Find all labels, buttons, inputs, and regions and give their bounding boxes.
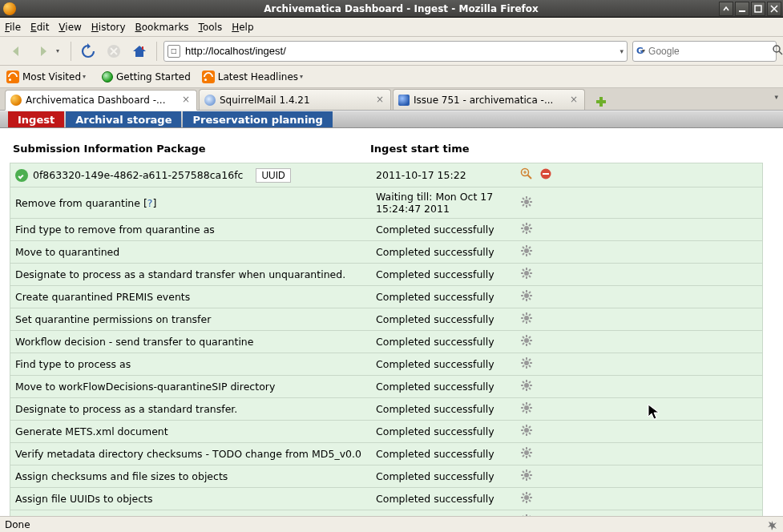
menu-help[interactable]: Help — [232, 22, 253, 33]
svg-point-14 — [524, 293, 529, 298]
search-box[interactable]: G ▾ — [632, 41, 777, 62]
browser-tab[interactable]: SquirrelMail 1.4.21 × — [199, 89, 391, 110]
task-status: Completed successfully — [371, 310, 515, 328]
url-input[interactable] — [180, 45, 620, 57]
plugin-icon[interactable] — [767, 519, 778, 530]
task-status: Completed successfully — [371, 422, 515, 441]
search-input[interactable] — [645, 46, 772, 57]
url-history-dropdown[interactable]: ▾ — [620, 47, 624, 55]
task-row: Designate to process as a standard trans… — [10, 398, 762, 421]
tab-label: SquirrelMail 1.4.21 — [220, 95, 370, 106]
gear-icon[interactable] — [520, 379, 533, 394]
tab-favicon — [10, 95, 22, 106]
gear-icon[interactable] — [520, 514, 533, 516]
task-name: Set file permissions — [15, 515, 113, 516]
gear-icon[interactable] — [520, 424, 533, 439]
gear-icon[interactable] — [520, 222, 533, 237]
menu-history[interactable]: History — [91, 22, 126, 33]
task-name: Move to workFlowDecisions-quarantineSIP … — [15, 381, 275, 393]
chevron-down-icon: ▾ — [300, 73, 308, 80]
task-name: Find type to process as — [15, 358, 131, 370]
task-status: Completed successfully — [371, 467, 515, 486]
bookmarks-toolbar: Most Visited ▾ Getting Started Latest He… — [0, 66, 783, 88]
gear-icon[interactable] — [520, 446, 533, 461]
task-name: Assign file UUIDs to objects — [15, 493, 153, 505]
gear-icon[interactable] — [520, 312, 533, 327]
bookmark-getting-started[interactable]: Getting Started — [102, 71, 191, 83]
svg-rect-3 — [142, 46, 143, 50]
browser-tab[interactable]: Archivematica Dashboard -... × — [5, 90, 197, 111]
task-row: Find type to process asCompleted success… — [10, 353, 762, 376]
gear-icon[interactable] — [520, 334, 533, 349]
task-row: Remove from quarantine [?] Waiting till:… — [10, 187, 762, 219]
gear-icon[interactable] — [520, 401, 533, 417]
status-text: Done — [5, 519, 30, 530]
search-go-button[interactable] — [772, 44, 783, 58]
window-close-button[interactable] — [767, 2, 781, 16]
zoom-icon[interactable] — [520, 167, 533, 183]
svg-point-10 — [524, 200, 529, 204]
remove-icon[interactable] — [539, 167, 552, 183]
task-name: Create quarantined PREMIS events — [15, 291, 190, 303]
new-tab-button[interactable] — [593, 94, 609, 110]
tab-close-button[interactable]: × — [374, 95, 385, 106]
window-roll-button[interactable] — [719, 2, 733, 16]
svg-point-19 — [524, 405, 529, 410]
browser-tab[interactable]: Issue 751 - archivematica -... × — [393, 89, 585, 110]
app-tab-preservation[interactable]: Preservation planning — [183, 111, 332, 127]
window-minimize-button[interactable] — [735, 2, 749, 16]
tab-close-button[interactable]: × — [568, 95, 579, 106]
menu-bookmarks[interactable]: Bookmarks — [135, 22, 189, 33]
gear-icon[interactable] — [520, 469, 533, 484]
app-tabs: Ingest Archival storage Preservation pla… — [0, 111, 783, 128]
page-icon — [102, 71, 113, 83]
menu-edit[interactable]: Edit — [30, 22, 49, 33]
browser-tabbar: Archivematica Dashboard -... × SquirrelM… — [0, 88, 783, 111]
task-status: Completed successfully — [371, 288, 515, 306]
back-button[interactable] — [6, 41, 27, 62]
menu-view[interactable]: View — [59, 22, 81, 33]
gear-icon[interactable] — [520, 357, 533, 372]
reload-button[interactable] — [78, 41, 99, 62]
page-scroll[interactable]: Ingest Archival storage Preservation pla… — [0, 111, 783, 516]
gear-icon[interactable] — [520, 244, 533, 260]
gear-icon[interactable] — [520, 195, 533, 211]
bookmark-label: Getting Started — [116, 71, 191, 83]
svg-point-17 — [524, 361, 529, 365]
bookmark-latest-headlines[interactable]: Latest Headlines ▾ — [202, 71, 308, 83]
svg-point-12 — [524, 248, 529, 253]
menubar: File Edit View History Bookmarks Tools H… — [0, 18, 783, 37]
app-tab-ingest[interactable]: Ingest — [8, 111, 64, 127]
svg-point-20 — [524, 428, 529, 433]
task-row: Set file permissionsCompleted successful… — [10, 510, 762, 516]
gear-icon[interactable] — [520, 289, 533, 304]
uuid-button[interactable]: UUID — [256, 168, 290, 183]
task-name: Designate to process as a standard trans… — [15, 268, 345, 280]
gear-icon[interactable] — [520, 491, 533, 506]
app-tab-archival[interactable]: Archival storage — [66, 111, 181, 127]
gear-icon[interactable] — [520, 267, 533, 282]
task-row: Generate METS.xml documentCompleted succ… — [10, 421, 762, 443]
column-actions — [515, 143, 723, 155]
column-sip: Submission Information Package — [10, 143, 370, 155]
menu-tools[interactable]: Tools — [199, 22, 223, 33]
folder-icon — [6, 71, 19, 83]
url-bar[interactable]: □ ▾ — [163, 41, 628, 62]
svg-point-13 — [524, 271, 529, 276]
tab-list-dropdown[interactable]: ▾ — [774, 93, 778, 101]
task-row: Move to quarantinedCompleted successfull… — [10, 241, 762, 264]
forward-button[interactable] — [32, 41, 53, 62]
history-dropdown[interactable]: ▾ — [56, 47, 64, 54]
stop-button[interactable] — [103, 41, 124, 62]
tab-close-button[interactable]: × — [180, 95, 192, 106]
window-maximize-button[interactable] — [751, 2, 765, 16]
bookmark-most-visited[interactable]: Most Visited ▾ — [6, 71, 91, 83]
home-button[interactable] — [129, 41, 150, 62]
svg-point-21 — [524, 450, 529, 455]
site-identity-icon[interactable]: □ — [167, 45, 180, 58]
svg-point-23 — [524, 495, 529, 500]
menu-file[interactable]: File — [5, 22, 21, 33]
table-body: 0f863320-149e-4862-a611-257588ca16fc UUI… — [10, 163, 763, 516]
task-name: Assign checksums and file sizes to objec… — [15, 470, 228, 482]
svg-rect-0 — [739, 10, 745, 12]
